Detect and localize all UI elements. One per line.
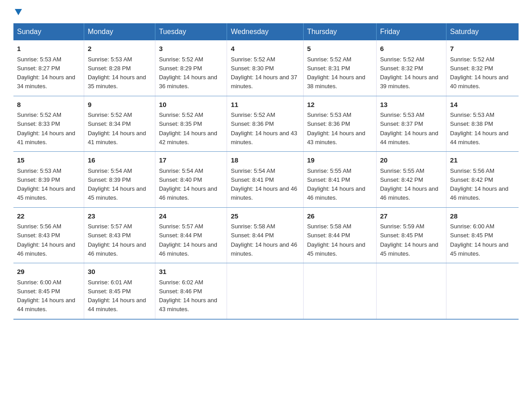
day-number: 11 [231,100,299,110]
day-number: 26 [307,211,373,222]
day-number: 7 [450,44,515,54]
calendar-cell: 17Sunrise: 5:54 AMSunset: 8:40 PMDayligh… [155,152,227,208]
day-number: 13 [380,100,442,110]
day-info: Sunrise: 5:55 AMSunset: 8:41 PMDaylight:… [307,167,365,201]
calendar-cell [303,263,376,319]
day-info: Sunrise: 5:52 AMSunset: 8:31 PMDaylight:… [307,56,365,90]
calendar-header: SundayMondayTuesdayWednesdayThursdayFrid… [13,23,519,40]
calendar-cell: 12Sunrise: 5:53 AMSunset: 8:36 PMDayligh… [303,96,376,152]
day-info: Sunrise: 5:52 AMSunset: 8:34 PMDaylight:… [88,111,146,146]
day-number: 6 [380,44,442,54]
calendar-cell: 22Sunrise: 5:56 AMSunset: 8:43 PMDayligh… [13,207,84,263]
day-number: 10 [159,100,223,110]
calendar-cell [446,263,519,319]
header-day-thursday: Thursday [303,23,376,40]
calendar-cell: 15Sunrise: 5:53 AMSunset: 8:39 PMDayligh… [13,152,84,208]
calendar-cell: 7Sunrise: 5:52 AMSunset: 8:32 PMDaylight… [446,40,519,96]
calendar-cell: 13Sunrise: 5:53 AMSunset: 8:37 PMDayligh… [376,96,446,152]
calendar-cell: 10Sunrise: 5:52 AMSunset: 8:35 PMDayligh… [155,96,227,152]
calendar-table: SundayMondayTuesdayWednesdayThursdayFrid… [13,23,519,320]
calendar-cell: 29Sunrise: 6:00 AMSunset: 8:45 PMDayligh… [13,263,84,319]
day-number: 22 [17,211,80,222]
day-number: 25 [231,211,299,222]
day-info: Sunrise: 5:53 AMSunset: 8:28 PMDaylight:… [88,56,146,90]
calendar-cell: 14Sunrise: 5:53 AMSunset: 8:38 PMDayligh… [446,96,519,152]
day-info: Sunrise: 5:59 AMSunset: 8:45 PMDaylight:… [380,223,438,257]
calendar-body: 1Sunrise: 5:53 AMSunset: 8:27 PMDaylight… [13,40,519,319]
day-info: Sunrise: 5:52 AMSunset: 8:32 PMDaylight:… [450,56,508,90]
day-info: Sunrise: 5:53 AMSunset: 8:27 PMDaylight:… [17,56,75,90]
day-info: Sunrise: 6:02 AMSunset: 8:46 PMDaylight:… [159,279,217,313]
calendar-week-1: 1Sunrise: 5:53 AMSunset: 8:27 PMDaylight… [13,40,519,96]
calendar-week-3: 15Sunrise: 5:53 AMSunset: 8:39 PMDayligh… [13,152,519,208]
calendar-cell: 8Sunrise: 5:52 AMSunset: 8:33 PMDaylight… [13,96,84,152]
day-info: Sunrise: 5:52 AMSunset: 8:36 PMDaylight:… [231,111,297,146]
page-header [13,9,519,15]
day-info: Sunrise: 5:55 AMSunset: 8:42 PMDaylight:… [380,167,438,201]
day-number: 20 [380,155,442,166]
header-day-friday: Friday [376,23,446,40]
calendar-cell: 27Sunrise: 5:59 AMSunset: 8:45 PMDayligh… [376,207,446,263]
day-info: Sunrise: 6:01 AMSunset: 8:45 PMDaylight:… [88,279,146,313]
calendar-cell: 3Sunrise: 5:52 AMSunset: 8:29 PMDaylight… [155,40,227,96]
calendar-cell: 23Sunrise: 5:57 AMSunset: 8:43 PMDayligh… [84,207,155,263]
header-day-wednesday: Wednesday [227,23,303,40]
calendar-cell: 24Sunrise: 5:57 AMSunset: 8:44 PMDayligh… [155,207,227,263]
header-row: SundayMondayTuesdayWednesdayThursdayFrid… [13,23,519,40]
calendar-cell: 21Sunrise: 5:56 AMSunset: 8:42 PMDayligh… [446,152,519,208]
calendar-week-4: 22Sunrise: 5:56 AMSunset: 8:43 PMDayligh… [13,207,519,263]
day-info: Sunrise: 6:00 AMSunset: 8:45 PMDaylight:… [450,223,508,257]
calendar-cell: 11Sunrise: 5:52 AMSunset: 8:36 PMDayligh… [227,96,303,152]
calendar-cell: 2Sunrise: 5:53 AMSunset: 8:28 PMDaylight… [84,40,155,96]
day-info: Sunrise: 5:53 AMSunset: 8:38 PMDaylight:… [450,111,508,146]
header-day-sunday: Sunday [13,23,84,40]
day-number: 2 [88,44,151,54]
day-info: Sunrise: 5:53 AMSunset: 8:37 PMDaylight:… [380,111,438,146]
day-number: 24 [159,211,223,222]
calendar-cell: 5Sunrise: 5:52 AMSunset: 8:31 PMDaylight… [303,40,376,96]
day-info: Sunrise: 5:53 AMSunset: 8:36 PMDaylight:… [307,111,365,146]
header-day-tuesday: Tuesday [155,23,227,40]
day-info: Sunrise: 5:58 AMSunset: 8:44 PMDaylight:… [231,223,297,257]
day-info: Sunrise: 5:53 AMSunset: 8:39 PMDaylight:… [17,167,75,201]
day-number: 1 [17,44,80,54]
day-info: Sunrise: 5:57 AMSunset: 8:43 PMDaylight:… [88,223,146,257]
calendar-cell [227,263,303,319]
day-info: Sunrise: 5:52 AMSunset: 8:29 PMDaylight:… [159,56,217,90]
day-info: Sunrise: 5:52 AMSunset: 8:32 PMDaylight:… [380,56,438,90]
day-info: Sunrise: 5:54 AMSunset: 8:39 PMDaylight:… [88,167,146,201]
day-info: Sunrise: 5:56 AMSunset: 8:42 PMDaylight:… [450,167,508,201]
header-day-monday: Monday [84,23,155,40]
calendar-cell: 26Sunrise: 5:58 AMSunset: 8:44 PMDayligh… [303,207,376,263]
day-number: 27 [380,211,442,222]
header-day-saturday: Saturday [446,23,519,40]
calendar-cell [376,263,446,319]
day-number: 16 [88,155,151,166]
calendar-cell: 25Sunrise: 5:58 AMSunset: 8:44 PMDayligh… [227,207,303,263]
day-info: Sunrise: 5:54 AMSunset: 8:40 PMDaylight:… [159,167,217,201]
day-info: Sunrise: 6:00 AMSunset: 8:45 PMDaylight:… [17,279,75,313]
day-info: Sunrise: 5:56 AMSunset: 8:43 PMDaylight:… [17,223,75,257]
calendar-cell: 9Sunrise: 5:52 AMSunset: 8:34 PMDaylight… [84,96,155,152]
day-info: Sunrise: 5:58 AMSunset: 8:44 PMDaylight:… [307,223,365,257]
day-number: 29 [17,267,80,277]
day-info: Sunrise: 5:52 AMSunset: 8:33 PMDaylight:… [17,111,75,146]
calendar-cell: 20Sunrise: 5:55 AMSunset: 8:42 PMDayligh… [376,152,446,208]
day-number: 5 [307,44,373,54]
day-number: 28 [450,211,515,222]
calendar-cell: 31Sunrise: 6:02 AMSunset: 8:46 PMDayligh… [155,263,227,319]
day-number: 14 [450,100,515,110]
day-number: 21 [450,155,515,166]
day-number: 15 [17,155,80,166]
day-number: 8 [17,100,80,110]
day-number: 19 [307,155,373,166]
day-info: Sunrise: 5:54 AMSunset: 8:41 PMDaylight:… [231,167,297,201]
calendar-cell: 4Sunrise: 5:52 AMSunset: 8:30 PMDaylight… [227,40,303,96]
day-info: Sunrise: 5:57 AMSunset: 8:44 PMDaylight:… [159,223,217,257]
day-number: 30 [88,267,151,277]
day-number: 18 [231,155,299,166]
day-info: Sunrise: 5:52 AMSunset: 8:35 PMDaylight:… [159,111,217,146]
logo-triangle-icon [15,9,22,15]
calendar-cell: 6Sunrise: 5:52 AMSunset: 8:32 PMDaylight… [376,40,446,96]
logo [13,9,22,15]
